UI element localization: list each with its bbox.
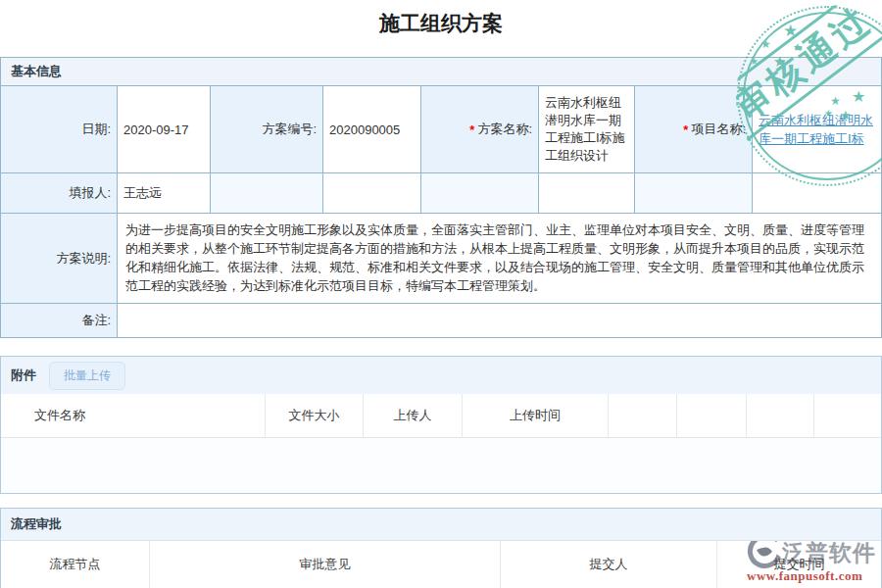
batch-upload-button[interactable]: 批量上传 (49, 362, 125, 390)
col-submitter: 提交人 (501, 541, 717, 588)
reporter-label: 填报人: (1, 173, 118, 214)
project-name-label: *项目名称: (635, 86, 753, 173)
description-value: 为进一步提高项目的安全文明施工形象以及实体质量，全面落实主管部门、业主、监理单位… (118, 214, 881, 304)
col-file-name: 文件名称 (1, 394, 266, 437)
col-empty (814, 394, 881, 437)
empty-cell (323, 173, 421, 214)
star-icon: ★ (760, 38, 771, 50)
plan-no-label: 方案编号: (211, 86, 323, 173)
plan-name-value: 云南水利枢纽潜明水库一期工程施工I标施工组织设计 (539, 86, 635, 173)
date-value: 2020-09-17 (118, 86, 211, 173)
plan-no-value: 2020090005 (323, 86, 421, 173)
col-empty (677, 394, 747, 437)
page-title: 施工组织方案 (0, 10, 882, 37)
attachments-header: 附件 批量上传 (1, 357, 881, 394)
required-asterisk: * (469, 122, 474, 137)
col-file-size: 文件大小 (266, 394, 364, 437)
attachments-title: 附件 (11, 367, 36, 384)
col-submit-time: 提交时间 (717, 541, 881, 588)
approval-section: 流程审批 流程节点 审批意见 提交人 提交时间 (0, 508, 882, 588)
col-empty (609, 394, 677, 437)
basic-info-section: 基本信息 日期: 2020-09-17 方案编号: 2020090005 *方案… (0, 57, 882, 338)
date-label: 日期: (1, 86, 118, 173)
reporter-value: 王志远 (118, 173, 211, 214)
col-upload-time: 上传时间 (463, 394, 609, 437)
col-approval-opinion: 审批意见 (150, 541, 501, 588)
project-name-link[interactable]: 云南水利枢纽潜明水库一期工程施工I标 (759, 111, 875, 148)
remark-value (118, 304, 881, 337)
empty-cell (539, 173, 635, 214)
empty-cell (211, 173, 323, 214)
col-uploader: 上传人 (364, 394, 463, 437)
plan-name-label: *方案名称: (421, 86, 539, 173)
col-empty (747, 394, 814, 437)
approval-header: 流程审批 (1, 509, 881, 541)
basic-info-header: 基本信息 (1, 58, 881, 86)
empty-cell (753, 173, 881, 214)
col-flow-node: 流程节点 (1, 541, 150, 588)
description-label: 方案说明: (1, 214, 118, 304)
basic-info-form: 日期: 2020-09-17 方案编号: 2020090005 *方案名称: 云… (1, 86, 881, 337)
approval-table-header: 流程节点 审批意见 提交人 提交时间 (1, 541, 881, 588)
attachments-empty-body (1, 438, 881, 493)
project-name-cell: 云南水利枢纽潜明水库一期工程施工I标 (753, 86, 881, 173)
star-icon: ★ (793, 42, 803, 53)
empty-cell (635, 173, 753, 214)
remark-label: 备注: (1, 304, 118, 337)
attachments-section: 附件 批量上传 文件名称 文件大小 上传人 上传时间 (0, 356, 882, 494)
attachments-table-header: 文件名称 文件大小 上传人 上传时间 (1, 394, 881, 438)
empty-cell (421, 173, 539, 214)
required-asterisk: * (683, 122, 688, 137)
